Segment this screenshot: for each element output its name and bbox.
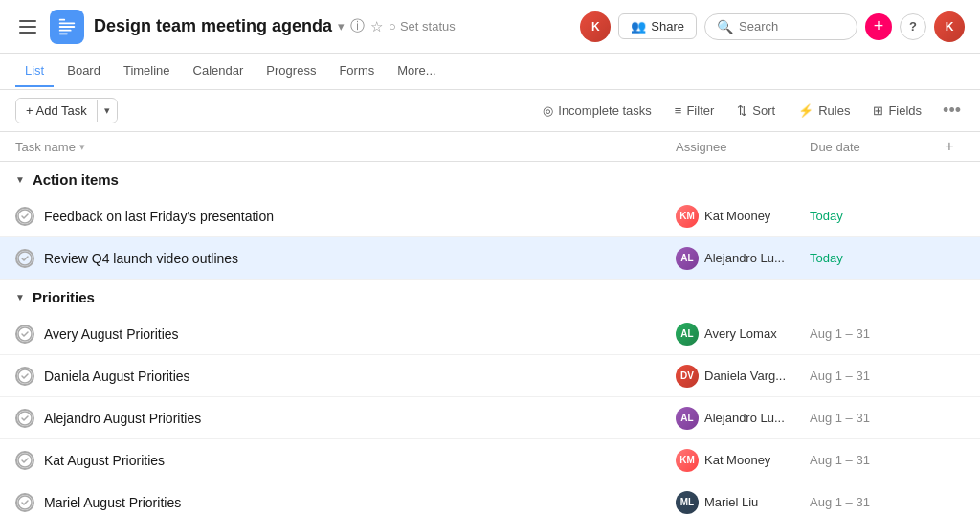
header: Design team meeting agenda ▾ ⓘ ☆ ○ Set s… (0, 0, 980, 54)
rules-icon: ⚡ (798, 103, 813, 118)
add-task-label[interactable]: + Add Task (16, 99, 97, 123)
task-name: Daniela August Priorities (44, 369, 676, 384)
task-checkbox[interactable] (15, 493, 34, 512)
task-name: Alejandro August Priorities (44, 411, 676, 426)
tab-progress[interactable]: Progress (256, 56, 325, 87)
share-button[interactable]: 👥 Share (618, 13, 697, 39)
sort-icon: ⇅ (737, 103, 747, 118)
svg-rect-3 (59, 29, 72, 31)
col-add-button[interactable]: + (934, 138, 965, 155)
task-name: Mariel August Priorities (44, 495, 676, 510)
filter-icon: ≡ (675, 103, 682, 118)
section-collapse-arrow: ▼ (15, 292, 25, 302)
section-action-items[interactable]: ▼ Action items (0, 162, 980, 195)
app-icon (50, 10, 84, 44)
toolbar-right: ◎ Incomplete tasks ≡ Filter ⇅ Sort ⚡ Rul… (537, 101, 965, 121)
task-checkbox[interactable] (15, 367, 34, 386)
avatar: KM (676, 449, 699, 472)
svg-rect-0 (59, 18, 65, 20)
chevron-down-icon[interactable]: ▾ (338, 19, 345, 34)
due-date: Today (810, 209, 934, 223)
due-date: Aug 1 – 31 (810, 411, 934, 425)
section-priorities[interactable]: ▼ Priorities (0, 280, 980, 313)
task-checkbox[interactable] (15, 207, 34, 226)
star-icon[interactable]: ☆ (370, 18, 383, 35)
search-box[interactable]: 🔍 (704, 13, 858, 40)
assignee-cell: KM Kat Mooney (676, 449, 810, 472)
task-row[interactable]: Kat August Priorities KM Kat Mooney Aug … (0, 439, 980, 481)
tab-list[interactable]: List (15, 56, 54, 87)
search-input[interactable] (739, 19, 845, 34)
tab-forms[interactable]: Forms (329, 56, 384, 87)
task-row[interactable]: Alejandro August Priorities AL Alejandro… (0, 397, 980, 439)
add-task-caret[interactable]: ▾ (97, 100, 117, 122)
task-checkbox[interactable] (15, 409, 34, 428)
assignee-name: Mariel Liu (704, 495, 758, 509)
assignee-cell: AL Alejandro Lu... (676, 407, 810, 430)
page-title: Design team meeting agenda (94, 16, 332, 36)
due-date: Aug 1 – 31 (810, 369, 934, 383)
avatar: AL (676, 247, 699, 270)
filter-button[interactable]: ≡ Filter (669, 101, 720, 121)
task-row[interactable]: Review Q4 launch video outlines AL Aleja… (0, 237, 980, 280)
info-icon[interactable]: ⓘ (350, 17, 365, 35)
fields-button[interactable]: ⊞ Fields (867, 101, 927, 121)
add-task-button[interactable]: + Add Task ▾ (15, 98, 118, 123)
section-collapse-arrow: ▼ (15, 174, 25, 185)
avatar: AL (676, 323, 699, 346)
task-name: Feedback on last Friday's presentation (44, 209, 676, 224)
assignee-cell: ML Mariel Liu (676, 491, 810, 514)
share-icon: 👥 (631, 19, 646, 34)
user-avatar[interactable]: K (934, 11, 965, 42)
nav-tabs: List Board Timeline Calendar Progress Fo… (0, 54, 980, 90)
assignee-cell: AL Avery Lomax (676, 323, 810, 346)
task-checkbox[interactable] (15, 325, 34, 344)
due-date: Aug 1 – 31 (810, 495, 934, 509)
help-button[interactable]: ? (900, 13, 926, 40)
fields-icon: ⊞ (873, 103, 883, 118)
task-row[interactable]: Daniela August Priorities DV Daniela Var… (0, 355, 980, 397)
svg-rect-4 (59, 33, 68, 34)
col-assignee: Assignee (676, 140, 810, 154)
assignee-name: Kat Mooney (704, 209, 770, 223)
avatar: KM (676, 205, 699, 228)
rules-button[interactable]: ⚡ Rules (792, 101, 856, 121)
sort-button[interactable]: ⇅ Sort (731, 101, 781, 121)
assignee-name: Alejandro Lu... (704, 411, 785, 425)
task-name: Avery August Priorities (44, 326, 676, 342)
tab-timeline[interactable]: Timeline (114, 56, 180, 87)
assignee-cell: DV Daniela Varg... (676, 365, 810, 388)
col-duedate: Due date (810, 140, 934, 154)
header-right: K 👥 Share 🔍 + ? K (580, 11, 965, 42)
assignee-cell: KM Kat Mooney (676, 205, 810, 228)
assignee-name: Daniela Varg... (704, 369, 786, 383)
task-name: Review Q4 launch video outlines (44, 251, 676, 266)
tab-more[interactable]: More... (388, 56, 445, 87)
task-row[interactable]: Feedback on last Friday's presentation K… (0, 195, 980, 237)
hamburger-menu[interactable] (15, 16, 40, 37)
task-checkbox[interactable] (15, 249, 34, 268)
col-task-name: Task name ▾ (15, 140, 676, 154)
more-options-button[interactable]: ••• (939, 101, 965, 121)
collaborator-avatar: K (580, 11, 611, 42)
assignee-cell: AL Alejandro Lu... (676, 247, 810, 270)
tab-board[interactable]: Board (57, 56, 110, 87)
add-button[interactable]: + (865, 13, 892, 40)
task-row[interactable]: Mariel August Priorities ML Mariel Liu A… (0, 481, 980, 515)
due-date: Aug 1 – 31 (810, 326, 934, 341)
tab-calendar[interactable]: Calendar (184, 56, 254, 87)
set-status-button[interactable]: ○ Set status (389, 19, 456, 34)
due-date: Today (810, 251, 934, 265)
check-circle-icon: ◎ (543, 103, 553, 118)
search-icon: 🔍 (717, 19, 733, 34)
toolbar: + Add Task ▾ ◎ Incomplete tasks ≡ Filter… (0, 90, 980, 132)
avatar: AL (676, 407, 699, 430)
due-date: Aug 1 – 31 (810, 453, 934, 467)
task-row[interactable]: Avery August Priorities AL Avery Lomax A… (0, 313, 980, 355)
table-header: Task name ▾ Assignee Due date + (0, 132, 980, 162)
svg-rect-2 (59, 26, 76, 28)
task-checkbox[interactable] (15, 451, 34, 470)
section-label: Action items (33, 171, 119, 188)
col-sort-icon[interactable]: ▾ (79, 141, 85, 153)
incomplete-tasks-filter[interactable]: ◎ Incomplete tasks (537, 101, 657, 121)
